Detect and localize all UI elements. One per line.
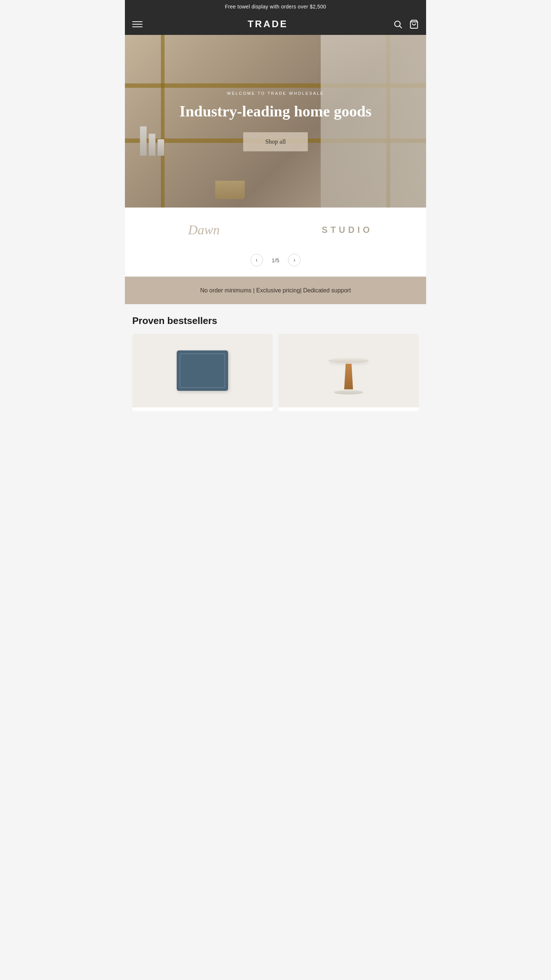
search-button[interactable] bbox=[393, 19, 403, 29]
brands-section: Dawn STUDIO bbox=[125, 208, 426, 250]
brand-dawn[interactable]: Dawn bbox=[132, 218, 276, 241]
hero-title: Industry-leading home goods bbox=[180, 102, 372, 121]
prev-brand-button[interactable]: ‹ bbox=[250, 254, 263, 266]
bestsellers-section: Proven bestsellers bbox=[125, 304, 426, 418]
table-graphic bbox=[325, 347, 373, 395]
benefits-text: No order minimums | Exclusive pricing| D… bbox=[132, 285, 419, 295]
announcement-text: Free towel display with orders over $2,5… bbox=[225, 4, 326, 10]
cart-icon bbox=[409, 19, 419, 29]
product-card-table[interactable] bbox=[279, 334, 419, 411]
brand-dawn-label: Dawn bbox=[188, 223, 220, 237]
next-brand-button[interactable]: › bbox=[288, 254, 301, 266]
products-grid bbox=[132, 334, 419, 411]
cart-button[interactable] bbox=[409, 19, 419, 29]
hero-subtitle: WELCOME TO TRADE WHOLESALE bbox=[180, 91, 372, 95]
site-logo: TRADE bbox=[248, 18, 288, 30]
brand-pagination: ‹ 1/5 › bbox=[125, 250, 426, 277]
menu-button[interactable] bbox=[132, 21, 143, 27]
table-base bbox=[334, 390, 363, 395]
benefits-bar: No order minimums | Exclusive pricing| D… bbox=[125, 277, 426, 304]
brand-studio[interactable]: STUDIO bbox=[276, 221, 419, 239]
product-card-pillow[interactable] bbox=[132, 334, 272, 411]
table-top bbox=[328, 358, 369, 363]
hero-content: WELCOME TO TRADE WHOLESALE Industry-lead… bbox=[169, 91, 383, 151]
brand-studio-label: STUDIO bbox=[322, 225, 373, 235]
product-image-table bbox=[279, 334, 419, 407]
pillow-graphic bbox=[177, 350, 228, 391]
search-icon bbox=[393, 19, 403, 29]
product-image-pillow bbox=[132, 334, 272, 407]
hamburger-icon bbox=[132, 21, 143, 27]
hero-section: WELCOME TO TRADE WHOLESALE Industry-lead… bbox=[125, 35, 426, 208]
header-icon-group bbox=[393, 19, 419, 29]
announcement-bar: Free towel display with orders over $2,5… bbox=[125, 0, 426, 13]
bestsellers-title: Proven bestsellers bbox=[132, 315, 419, 326]
shop-all-button[interactable]: Shop all bbox=[243, 132, 308, 151]
svg-point-0 bbox=[395, 21, 400, 27]
svg-line-1 bbox=[400, 26, 402, 28]
table-pedestal bbox=[341, 364, 356, 389]
header: TRADE bbox=[125, 13, 426, 35]
page-indicator: 1/5 bbox=[272, 257, 280, 263]
